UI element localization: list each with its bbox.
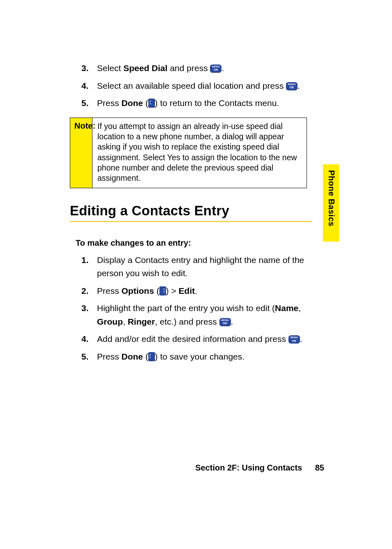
left-softkey-icon: [148, 99, 155, 108]
bold-text: Options: [122, 286, 154, 295]
list-item: 5.Press Done () to save your changes.: [70, 350, 312, 364]
bold-text: Ringer: [128, 317, 155, 326]
content-area: 3.Select Speed Dial and press .4.Select …: [70, 62, 312, 364]
document-page: Phone Basics 3.Select Speed Dial and pre…: [0, 0, 392, 549]
bold-text: Speed Dial: [123, 63, 167, 73]
note-label: Note:: [70, 118, 92, 188]
left-softkey-icon: [148, 352, 155, 361]
bold-text: Edit: [179, 286, 195, 295]
step-number: 5.: [81, 97, 89, 110]
subheading: To make changes to an entry:: [76, 238, 312, 248]
step-number: 4.: [81, 332, 89, 346]
list-item: 4.Add and/or edit the desired informatio…: [70, 332, 312, 346]
footer-section: Section 2F: Using Contacts: [195, 463, 302, 472]
bold-text: Done: [122, 98, 143, 108]
step-number: 3.: [81, 62, 89, 75]
heading-rule: [70, 221, 312, 222]
bold-text: Group: [97, 317, 123, 326]
step-number: 3.: [81, 302, 89, 315]
list-item: 2.Press Options () > Edit.: [70, 284, 312, 298]
step-number: 2.: [81, 284, 89, 298]
list-item: 3.Highlight the part of the entry you wi…: [70, 302, 312, 328]
menu-ok-key-icon: [288, 335, 300, 344]
footer-page-number: 85: [315, 463, 324, 472]
list-item: 3.Select Speed Dial and press .: [70, 62, 312, 75]
menu-ok-key-icon: [219, 318, 231, 326]
step-number: 1.: [81, 254, 89, 267]
menu-ok-key-icon: [286, 82, 297, 90]
section-heading: Editing a Contacts Entry: [70, 203, 312, 219]
thumb-tab-label: Phone Basics: [327, 170, 336, 226]
thumb-tab: Phone Basics: [323, 164, 339, 242]
page-footer: Section 2F: Using Contacts 85: [0, 463, 392, 473]
note-box: Note: If you attempt to assign an alread…: [70, 118, 307, 188]
bold-text: Name: [275, 303, 298, 313]
step-number: 5.: [81, 350, 89, 364]
bold-text: Done: [122, 352, 143, 361]
list-item: 1.Display a Contacts entry and highlight…: [70, 254, 312, 280]
edit-steps-list: 1.Display a Contacts entry and highlight…: [70, 254, 312, 364]
list-item: 4.Select an available speed dial locatio…: [70, 79, 312, 93]
step-number: 4.: [81, 79, 89, 93]
list-item: 5.Press Done () to return to the Contact…: [70, 97, 312, 110]
right-softkey-icon: [159, 286, 166, 295]
menu-ok-key-icon: [210, 65, 221, 73]
top-steps-list: 3.Select Speed Dial and press .4.Select …: [70, 62, 312, 110]
note-body: If you attempt to assign an already in-u…: [92, 118, 307, 188]
